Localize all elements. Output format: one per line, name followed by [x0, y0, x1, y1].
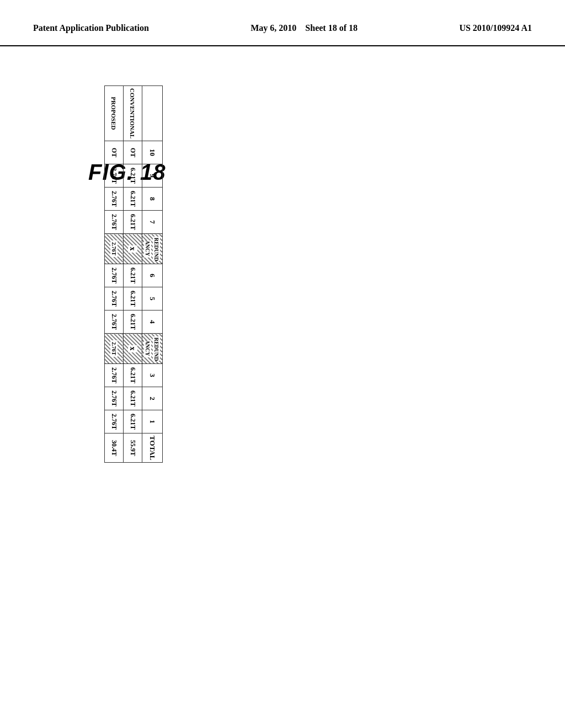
- cell-prop-2: 2.76T: [105, 387, 124, 410]
- col-5: 5: [142, 287, 163, 311]
- page-header: Patent Application Publication May 6, 20…: [0, 0, 565, 46]
- cell-conv-redund2: x: [124, 334, 142, 364]
- col-10: 10: [142, 141, 163, 164]
- cell-conv-5: 6.21T: [124, 287, 142, 311]
- date: May 6, 2010: [250, 23, 296, 33]
- row-conventional: CONVENTIONAL OT 6.21T 6.21T 6.21T x 6.21…: [124, 86, 142, 463]
- cell-conv-6: 6.21T: [124, 264, 142, 287]
- cell-prop-total: 30.4T: [105, 433, 124, 463]
- cell-conv-8: 6.21T: [124, 188, 142, 211]
- col-8: 8: [142, 188, 163, 211]
- table-rotated-container: 10 9 8 7 REDUNDANCY 6 5 4 REDUNDANCY 3 2…: [104, 85, 163, 463]
- cell-conv-redund1: x: [124, 234, 142, 264]
- patent-number: US 2010/109924 A1: [459, 22, 532, 34]
- cell-conv-total: 55.9T: [124, 433, 142, 463]
- col-3: 3: [142, 364, 163, 387]
- col-redund1: REDUNDANCY: [142, 234, 163, 264]
- cell-conv-3: 6.21T: [124, 364, 142, 387]
- cell-prop-9: 2.76T: [105, 164, 124, 188]
- col-1: 1: [142, 410, 163, 433]
- column-header-row: 10 9 8 7 REDUNDANCY 6 5 4 REDUNDANCY 3 2…: [142, 86, 163, 463]
- header-empty: [142, 86, 163, 141]
- data-table: 10 9 8 7 REDUNDANCY 6 5 4 REDUNDANCY 3 2…: [104, 85, 163, 463]
- col-6: 6: [142, 264, 163, 287]
- cell-prop-1: 2.76T: [105, 410, 124, 433]
- col-9: 9: [142, 164, 163, 188]
- col-redund2: REDUNDANCY: [142, 334, 163, 364]
- row-proposed: PROPOSED OT 2.76T 2.76T 2.76T 2.76T 2.76…: [105, 86, 124, 463]
- sheet-info: Sheet 18 of 18: [305, 23, 358, 33]
- cell-prop-redund2: 2.76T: [105, 334, 124, 364]
- cell-prop-10: OT: [105, 141, 124, 164]
- cell-conv-4: 6.21T: [124, 311, 142, 334]
- col-total: TOTAL: [142, 433, 163, 463]
- date-sheet: May 6, 2010 Sheet 18 of 18: [250, 22, 358, 34]
- col-2: 2: [142, 387, 163, 410]
- label-conventional: CONVENTIONAL: [124, 86, 142, 141]
- cell-prop-4: 2.76T: [105, 311, 124, 334]
- cell-prop-redund1: 2.76T: [105, 234, 124, 264]
- label-proposed: PROPOSED: [105, 86, 124, 141]
- cell-prop-7: 2.76T: [105, 211, 124, 234]
- cell-conv-9: 6.21T: [124, 164, 142, 188]
- cell-conv-1: 6.21T: [124, 410, 142, 433]
- cell-prop-6: 2.76T: [105, 264, 124, 287]
- col-7: 7: [142, 211, 163, 234]
- cell-prop-8: 2.76T: [105, 188, 124, 211]
- cell-conv-10: OT: [124, 141, 142, 164]
- cell-prop-3: 2.76T: [105, 364, 124, 387]
- publication-label: Patent Application Publication: [33, 22, 149, 34]
- cell-conv-2: 6.21T: [124, 387, 142, 410]
- cell-conv-7: 6.21T: [124, 211, 142, 234]
- cell-prop-5: 2.76T: [105, 287, 124, 311]
- col-4: 4: [142, 311, 163, 334]
